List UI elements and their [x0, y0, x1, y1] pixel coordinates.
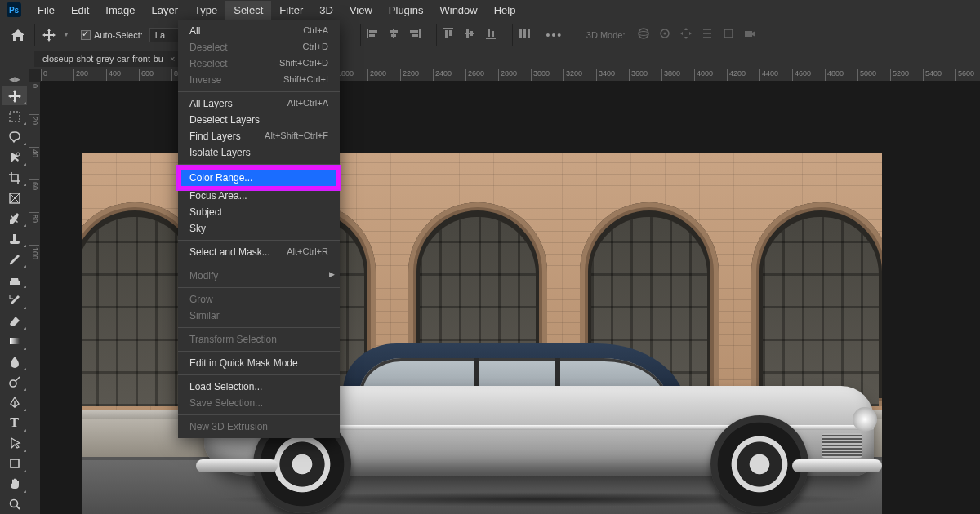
- menu-item-grow: Grow: [178, 291, 340, 308]
- svg-rect-25: [724, 29, 733, 38]
- lasso-tool[interactable]: [2, 127, 27, 146]
- menu-item-save-selection: Save Selection...: [178, 395, 340, 411]
- frame-tool[interactable]: [2, 188, 27, 207]
- align-center-h-icon[interactable]: [387, 27, 403, 43]
- gradient-tool[interactable]: [2, 332, 27, 351]
- close-icon[interactable]: ×: [170, 54, 175, 64]
- document-tab-title: closeup-shot-grey-car-front-bu: [42, 54, 163, 64]
- menu-filter[interactable]: Filter: [271, 1, 311, 20]
- menu-help[interactable]: Help: [486, 1, 524, 20]
- menu-item-reselect: ReselectShift+Ctrl+D: [178, 55, 340, 72]
- menu-item-deselect-layers[interactable]: Deselect Layers: [178, 112, 340, 128]
- menu-item-all-layers[interactable]: All LayersAlt+Ctrl+A: [178, 95, 340, 112]
- hand-tool[interactable]: [2, 475, 27, 494]
- menu-item-all[interactable]: AllCtrl+A: [178, 23, 340, 39]
- dodge-tool[interactable]: [2, 373, 27, 392]
- menu-item-focus-area[interactable]: Focus Area...: [178, 188, 340, 204]
- svg-rect-19: [523, 29, 526, 38]
- menu-select[interactable]: Select: [225, 1, 271, 20]
- menu-item-select-and-mask[interactable]: Select and Mask...Alt+Ctrl+R: [178, 244, 340, 260]
- svg-rect-13: [466, 29, 469, 38]
- menu-type[interactable]: Type: [186, 1, 225, 20]
- menu-window[interactable]: Window: [431, 1, 485, 20]
- more-options-icon[interactable]: •••: [546, 26, 564, 44]
- menu-item-find-layers[interactable]: Find LayersAlt+Shift+Ctrl+F: [178, 128, 340, 144]
- svg-rect-16: [488, 29, 490, 37]
- menu-item-modify: Modify▶: [178, 268, 340, 284]
- svg-rect-7: [410, 30, 418, 33]
- move-tool-icon[interactable]: [40, 26, 58, 44]
- move-tool[interactable]: [2, 86, 27, 105]
- svg-rect-1: [369, 30, 377, 33]
- auto-select-label: Auto-Select:: [94, 30, 143, 40]
- menu-item-isolate-layers[interactable]: Isolate Layers: [178, 144, 340, 161]
- menu-file[interactable]: File: [29, 1, 63, 20]
- distribute-icon[interactable]: [518, 27, 534, 43]
- menu-item-load-selection[interactable]: Load Selection...: [178, 379, 340, 395]
- menu-item-subject[interactable]: Subject: [178, 204, 340, 220]
- menu-layer[interactable]: Layer: [144, 1, 187, 20]
- svg-point-38: [10, 500, 17, 507]
- shape-tool[interactable]: [2, 454, 27, 473]
- tools-panel: ◀▶ T: [0, 69, 29, 514]
- submenu-arrow-icon: ▶: [329, 270, 335, 278]
- menu-item-transform-selection: Transform Selection: [178, 331, 340, 348]
- dropdown-caret-icon[interactable]: ▼: [63, 31, 69, 38]
- history-brush-tool[interactable]: [2, 290, 27, 309]
- svg-rect-14: [470, 31, 473, 36]
- home-icon[interactable]: [8, 25, 28, 45]
- menu-edit[interactable]: Edit: [63, 1, 97, 20]
- menu-3d[interactable]: 3D: [311, 1, 341, 20]
- menu-item-deselect: DeselectCtrl+D: [178, 39, 340, 55]
- svg-rect-15: [486, 38, 496, 39]
- brush-tool[interactable]: [2, 250, 27, 268]
- select-menu-dropdown: AllCtrl+ADeselectCtrl+DReselectShift+Ctr…: [178, 20, 340, 438]
- auto-select-checkbox[interactable]: Auto-Select:: [81, 30, 143, 40]
- svg-rect-3: [393, 29, 394, 38]
- svg-rect-18: [519, 29, 522, 38]
- healing-tool[interactable]: [2, 229, 27, 248]
- path-selection-tool[interactable]: [2, 434, 27, 453]
- svg-point-24: [663, 32, 666, 34]
- type-tool[interactable]: T: [2, 414, 27, 432]
- svg-line-39: [16, 507, 20, 510]
- pen-tool[interactable]: [2, 393, 27, 412]
- workspace: ◀▶ T 02004006008001000120014001600180020…: [0, 69, 980, 514]
- marquee-tool[interactable]: [2, 107, 27, 126]
- svg-rect-9: [443, 28, 453, 29]
- canvas-area[interactable]: 0200400600800100012001400160018002000220…: [29, 69, 980, 514]
- svg-point-22: [639, 31, 648, 35]
- align-left-icon[interactable]: [366, 27, 382, 43]
- selection-tool[interactable]: [2, 148, 27, 166]
- svg-rect-26: [745, 31, 752, 37]
- svg-rect-0: [367, 29, 368, 38]
- crop-tool[interactable]: [2, 168, 27, 187]
- menu-item-edit-in-quick-mask-mode[interactable]: Edit in Quick Mask Mode: [178, 355, 340, 371]
- zoom-tool[interactable]: [2, 495, 27, 514]
- options-bar: ▼ Auto-Select: ••• 3D Mode:: [0, 20, 980, 49]
- collapse-tools-icon[interactable]: ◀▶: [0, 73, 29, 85]
- menu-bar: Ps FileEditImageLayerTypeSelectFilter3DV…: [0, 0, 980, 20]
- blur-tool[interactable]: [2, 352, 27, 371]
- 3d-orbit-icon: [637, 27, 653, 43]
- svg-point-28: [16, 153, 20, 156]
- align-bottom-icon[interactable]: [484, 27, 501, 43]
- eraser-tool[interactable]: [2, 312, 27, 330]
- menu-view[interactable]: View: [341, 1, 381, 20]
- ruler-vertical: 020406080100: [29, 82, 41, 514]
- svg-rect-27: [10, 112, 20, 122]
- clone-stamp-tool[interactable]: [2, 270, 27, 289]
- svg-rect-34: [10, 338, 20, 344]
- svg-point-21: [639, 29, 648, 38]
- menu-item-new-3d-extrusion: New 3D Extrusion: [178, 419, 340, 435]
- menu-item-color-range[interactable]: Color Range...: [178, 166, 340, 189]
- align-right-icon[interactable]: [408, 27, 425, 43]
- align-middle-v-icon[interactable]: [463, 27, 479, 43]
- eyedropper-tool[interactable]: [2, 209, 27, 228]
- align-top-icon[interactable]: [442, 27, 458, 43]
- document-tab[interactable]: closeup-shot-grey-car-front-bu ×: [34, 51, 183, 67]
- menu-plugins[interactable]: Plugins: [381, 1, 432, 20]
- menu-image[interactable]: Image: [97, 1, 143, 20]
- menu-item-sky[interactable]: Sky: [178, 220, 340, 237]
- svg-rect-20: [528, 29, 530, 38]
